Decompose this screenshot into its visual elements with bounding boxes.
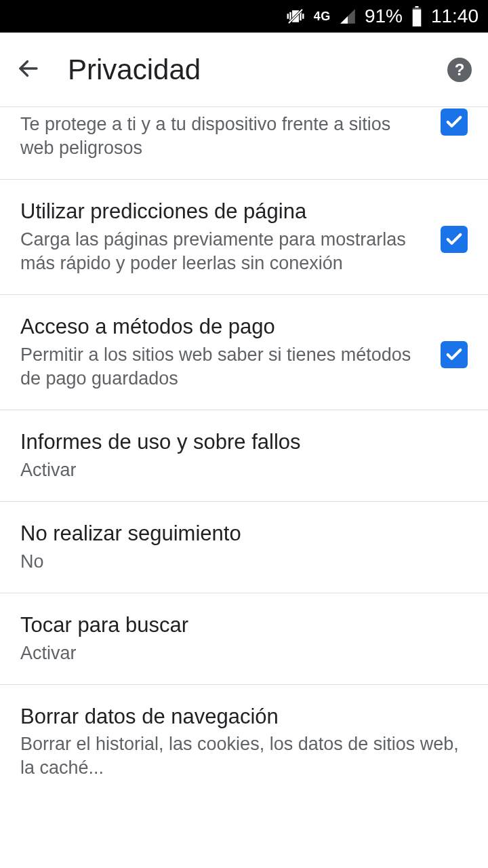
page-title: Privacidad (68, 54, 420, 86)
status-bar: 4G 91% 11:40 (0, 0, 488, 33)
setting-safe-browsing[interactable]: Te protege a ti y a tu dispositivo frent… (0, 107, 488, 180)
vibrate-mute-icon (285, 6, 306, 26)
setting-desc: Borrar el historial, las cookies, los da… (20, 732, 468, 780)
setting-clear-browsing-data[interactable]: Borrar datos de navegación Borrar el his… (0, 685, 488, 800)
setting-do-not-track[interactable]: No realizar seguimiento No (0, 502, 488, 593)
setting-desc: Te protege a ti y a tu dispositivo frent… (20, 113, 424, 160)
setting-title: Borrar datos de navegación (20, 704, 468, 730)
setting-desc: Permitir a los sitios web saber si tiene… (20, 343, 424, 391)
settings-list: Te protege a ti y a tu dispositivo frent… (0, 107, 488, 800)
setting-page-predictions[interactable]: Utilizar predicciones de página Carga la… (0, 180, 488, 295)
battery-icon (411, 6, 423, 26)
svg-rect-4 (413, 9, 422, 26)
back-icon[interactable] (16, 56, 41, 83)
network-type: 4G (314, 9, 331, 24)
checkbox-icon[interactable] (441, 341, 468, 368)
setting-title: Tocar para buscar (20, 612, 468, 639)
checkbox-icon[interactable] (441, 226, 468, 253)
setting-touch-to-search[interactable]: Tocar para buscar Activar (0, 593, 488, 685)
setting-payment-access[interactable]: Acceso a métodos de pago Permitir a los … (0, 295, 488, 410)
battery-percent: 91% (365, 5, 403, 27)
help-icon[interactable]: ? (447, 58, 472, 82)
setting-desc: Activar (20, 642, 468, 665)
svg-rect-2 (415, 6, 418, 8)
setting-title: No realizar seguimiento (20, 521, 468, 547)
app-header: Privacidad ? (0, 33, 488, 107)
setting-title: Acceso a métodos de pago (20, 314, 424, 340)
setting-usage-reports[interactable]: Informes de uso y sobre fallos Activar (0, 410, 488, 502)
setting-title: Utilizar predicciones de página (20, 199, 424, 225)
setting-desc: Carga las páginas previamente para mostr… (20, 228, 424, 275)
setting-desc: No (20, 550, 468, 574)
checkbox-icon[interactable] (441, 108, 468, 136)
setting-desc: Activar (20, 458, 468, 482)
signal-icon (339, 7, 357, 25)
setting-title: Informes de uso y sobre fallos (20, 429, 468, 456)
clock: 11:40 (431, 5, 479, 27)
